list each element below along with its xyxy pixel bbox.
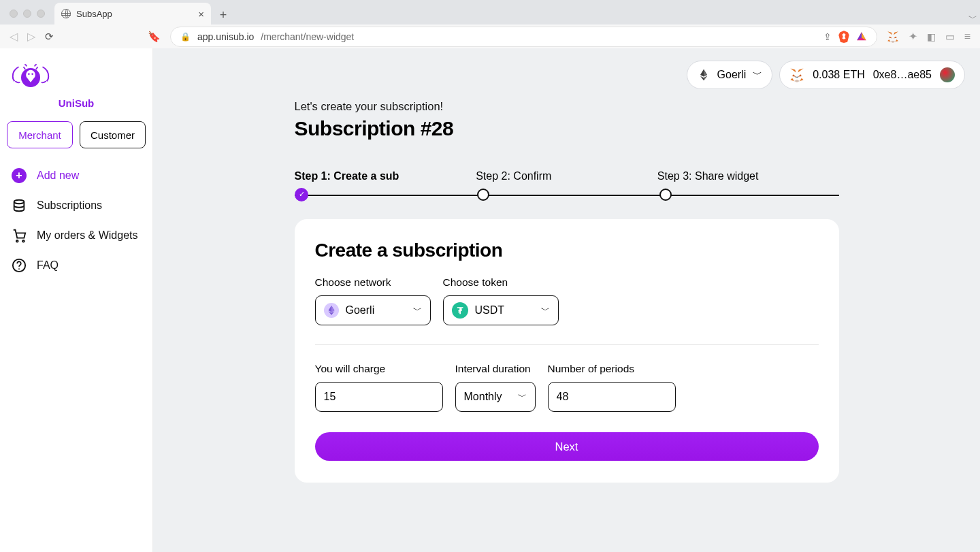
metamask-icon	[789, 67, 804, 82]
wallet-avatar	[940, 67, 955, 82]
merchant-tab[interactable]: Merchant	[7, 121, 73, 148]
browser-tab[interactable]: SubsApp ×	[54, 3, 211, 25]
wallet-button[interactable]: 0.038 ETH 0xe8…ae85	[779, 61, 965, 89]
omnibox-actions: ⇪	[823, 31, 867, 43]
sidebar-item-label: FAQ	[37, 259, 59, 272]
lock-icon: 🔒	[180, 32, 191, 42]
chevron-down-icon: ﹀	[518, 391, 527, 403]
interval-select-value: Monthly	[464, 391, 502, 403]
brave-shield-icon[interactable]	[838, 31, 849, 43]
svg-point-7	[18, 268, 20, 270]
brand-logo[interactable]: UniSub	[7, 61, 146, 109]
network-name: Goerli	[717, 69, 747, 81]
url-path: /merchant/new-widget	[261, 31, 354, 42]
page-title: Subscription #28	[295, 117, 839, 140]
interval-label: Interval duration	[455, 363, 536, 375]
tether-icon: ₮	[452, 302, 468, 319]
network-label: Choose network	[315, 276, 431, 289]
sidebar-item-label: My orders & Widgets	[37, 229, 137, 242]
wallet-icon[interactable]: ▭	[945, 31, 955, 43]
page-kicker: Let's create your subscription!	[295, 100, 839, 113]
ethereum-icon	[324, 303, 339, 318]
question-circle-icon	[11, 257, 27, 274]
svg-point-1	[28, 73, 30, 75]
back-icon[interactable]: ◁	[10, 30, 18, 43]
chevron-down-icon: ﹀	[413, 304, 422, 316]
ethereum-icon	[697, 68, 710, 82]
step-3-label: Step 3: Share widget	[657, 170, 839, 182]
wallet-topbar: Goerli ﹀ 0.038 ETH 0xe8…ae85	[687, 61, 965, 89]
main-area: Goerli ﹀ 0.038 ETH 0xe8…ae85 Let's creat…	[153, 48, 980, 552]
globe-icon	[61, 9, 71, 18]
cart-icon	[11, 227, 27, 244]
wallet-balance: 0.038 ETH	[813, 69, 864, 81]
stack-icon	[11, 197, 27, 214]
extensions-icon[interactable]: ✦	[909, 30, 917, 43]
token-select[interactable]: ₮ USDT ﹀	[443, 295, 559, 325]
metamask-extension-icon[interactable]	[887, 31, 899, 43]
network-select-value: Goerli	[346, 304, 375, 316]
step-3-dot	[659, 189, 672, 201]
forward-icon[interactable]: ▷	[27, 30, 35, 43]
tabs-overflow-icon[interactable]: ﹀	[968, 12, 977, 25]
sidebar-item-orders[interactable]: My orders & Widgets	[11, 227, 142, 244]
browser-chrome: SubsApp × + ﹀ ◁ ▷ ⟳ 🔖 🔒 app.unisub.io/me…	[0, 0, 980, 48]
brave-rewards-icon[interactable]	[856, 31, 867, 43]
menu-icon[interactable]: ≡	[964, 31, 970, 43]
interval-select[interactable]: Monthly ﹀	[455, 382, 536, 412]
chevron-down-icon: ﹀	[541, 304, 550, 316]
divider	[315, 344, 819, 345]
address-bar[interactable]: 🔒 app.unisub.io/merchant/new-widget ⇪	[170, 27, 877, 47]
role-toggle: Merchant Customer	[7, 121, 146, 148]
share-icon[interactable]: ⇪	[823, 31, 832, 42]
bookmark-icon[interactable]: 🔖	[148, 31, 161, 43]
stepper: Step 1: Create a sub Step 2: Confirm Ste…	[295, 170, 839, 196]
svg-point-5	[22, 240, 24, 242]
step-1-dot	[295, 188, 308, 201]
wallet-address: 0xe8…ae85	[873, 69, 932, 81]
network-select[interactable]: Goerli ﹀	[315, 295, 431, 325]
svg-point-3	[14, 200, 24, 204]
sidebar-item-label: Add new	[37, 169, 79, 182]
panel-icon[interactable]: ◧	[927, 31, 936, 42]
token-label: Choose token	[443, 276, 559, 289]
create-subscription-card: Create a subscription Choose network Goe…	[295, 219, 839, 483]
token-select-value: USDT	[475, 304, 505, 316]
periods-input-wrap	[548, 382, 676, 412]
plus-circle-icon: +	[11, 167, 27, 184]
url-host: app.unisub.io	[197, 31, 254, 42]
sidebar-item-faq[interactable]: FAQ	[11, 257, 142, 274]
sidebar: UniSub Merchant Customer + Add new Subsc…	[0, 48, 153, 552]
new-tab-button[interactable]: +	[214, 5, 233, 25]
window-traffic-lights	[5, 10, 52, 25]
network-selector[interactable]: Goerli ﹀	[687, 61, 773, 89]
svg-point-4	[16, 240, 18, 242]
charge-label: You will charge	[315, 363, 443, 375]
sidebar-item-label: Subscriptions	[37, 199, 102, 212]
sidebar-item-add-new[interactable]: + Add new	[11, 167, 142, 184]
close-tab-icon[interactable]: ×	[198, 8, 204, 20]
charge-input-wrap	[315, 382, 443, 412]
periods-label: Number of periods	[548, 363, 676, 375]
step-2-dot	[477, 189, 489, 201]
customer-tab[interactable]: Customer	[80, 121, 146, 148]
unisub-logo-icon	[7, 61, 54, 95]
step-2-label: Step 2: Confirm	[476, 170, 657, 182]
step-1-label: Step 1: Create a sub	[295, 170, 476, 182]
charge-input[interactable]	[324, 391, 434, 403]
sidebar-item-subscriptions[interactable]: Subscriptions	[11, 197, 142, 214]
svg-point-2	[31, 73, 33, 75]
card-title: Create a subscription	[315, 240, 819, 261]
periods-input[interactable]	[557, 391, 667, 403]
tab-title: SubsApp	[76, 9, 112, 19]
next-button[interactable]: Next	[315, 432, 819, 461]
chevron-down-icon: ﹀	[753, 69, 762, 81]
reload-icon[interactable]: ⟳	[45, 31, 54, 43]
sidebar-nav: + Add new Subscriptions My orders & Widg…	[7, 163, 146, 278]
brand-name: UniSub	[7, 97, 146, 109]
